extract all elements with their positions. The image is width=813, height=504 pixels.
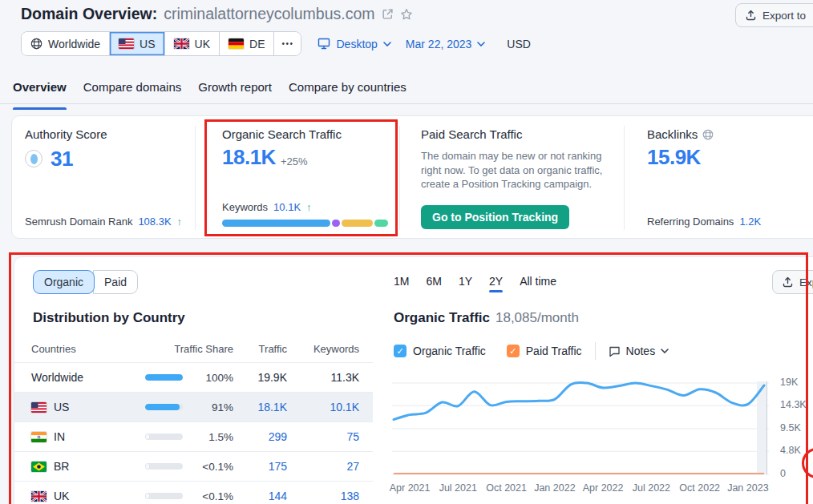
country-row-in[interactable]: IN1.5%29975 — [14, 421, 373, 451]
keywords-link[interactable]: 10.1K — [273, 201, 301, 213]
chart-canvas[interactable] — [392, 373, 772, 478]
country-row-uk[interactable]: UK<0.1%144138 — [14, 481, 373, 504]
authority-score-row: 31 — [25, 147, 73, 171]
export-button[interactable]: Export — [772, 270, 813, 294]
keywords-value[interactable]: 75 — [279, 430, 359, 443]
authority-score-title: Authority Score — [25, 127, 107, 141]
country-table-header: Countries Traffic Share Traffic Keywords — [14, 343, 373, 357]
tab-compare-by-countries[interactable]: Compare by countries — [289, 80, 406, 103]
col-header-traffic-share[interactable]: Traffic Share — [153, 343, 233, 355]
organic-paid-toggle: OrganicPaid — [33, 270, 138, 294]
col-header-keywords[interactable]: Keywords — [279, 343, 359, 355]
domain-rank-link[interactable]: 108.3K — [138, 216, 171, 228]
flag-icon-uk — [31, 491, 47, 502]
checkbox-icon[interactable]: ✓ — [507, 345, 520, 357]
paid-traffic-description: The domain may be new or not ranking rig… — [421, 149, 625, 192]
location-label: DE — [249, 38, 265, 50]
notes-dropdown[interactable]: Notes — [609, 345, 669, 357]
metrics-card: Authority Score 31 Semrush Domain Rank 1… — [11, 115, 813, 239]
range-tab-1m[interactable]: 1M — [394, 275, 409, 288]
toggle-paid[interactable]: Paid — [93, 270, 138, 294]
tab-overview[interactable]: Overview — [13, 80, 67, 103]
organic-traffic-value: 18.1K — [222, 145, 276, 169]
country-row-worldwide[interactable]: Worldwide100%19.9K11.3K — [14, 362, 373, 392]
col-header-countries[interactable]: Countries — [31, 343, 76, 355]
traffic-value[interactable]: 18.1K — [223, 401, 287, 413]
range-tabs: 1M6M1Y2YAll time — [394, 275, 556, 288]
toggle-organic[interactable]: Organic — [33, 270, 95, 294]
authority-gauge-icon — [25, 150, 42, 167]
keywords-row: Keywords 10.1K ↑ — [222, 201, 312, 213]
checkbox-icon[interactable]: ✓ — [394, 345, 406, 357]
export-to-button[interactable]: Export to — [735, 3, 813, 27]
intent-segment-green — [374, 220, 388, 227]
x-tick-label: Oct 2022 — [673, 482, 727, 494]
tab-compare-domains[interactable]: Compare domains — [83, 80, 182, 103]
position-tracking-button[interactable]: Go to Position Tracking — [421, 205, 569, 229]
date-dropdown[interactable]: Mar 22, 2023 — [406, 38, 486, 50]
toolbar: WorldwideUSUKDE••• Desktop Mar 22, 2023 … — [21, 31, 531, 56]
traffic-value[interactable]: 175 — [223, 460, 287, 473]
external-link-icon[interactable] — [382, 8, 394, 20]
more-locations-button[interactable]: ••• — [274, 32, 301, 55]
y-tick-label: 9.5K — [780, 422, 801, 433]
referring-domains-label: Referring Domains — [647, 216, 734, 228]
x-tick-label: Oct 2021 — [479, 482, 534, 494]
chart-title: Organic Traffic — [394, 310, 490, 326]
range-tab-1y[interactable]: 1Y — [459, 275, 472, 288]
desktop-icon — [318, 38, 330, 50]
device-label: Desktop — [336, 38, 377, 50]
traffic-share-value: 100% — [153, 372, 233, 384]
referring-domains-link[interactable]: 1.2K — [739, 216, 761, 228]
traffic-share-value: 1.5% — [153, 431, 233, 443]
notes-label: Notes — [626, 345, 656, 357]
date-label: Mar 22, 2023 — [406, 38, 472, 50]
country-name: IN — [31, 430, 65, 443]
domain-rank-label: Semrush Domain Rank — [25, 216, 132, 228]
x-tick-label: Jul 2021 — [431, 482, 485, 494]
y-tick-label: 14.3K — [780, 399, 807, 410]
location-tab-worldwide[interactable]: Worldwide — [22, 32, 110, 55]
export-to-label: Export to — [762, 10, 806, 22]
range-tab-all-time[interactable]: All time — [520, 275, 556, 288]
y-tick-label: 0 — [780, 468, 786, 479]
location-label: Worldwide — [48, 38, 100, 50]
notes-icon — [609, 345, 621, 357]
location-tab-uk[interactable]: UK — [165, 32, 220, 55]
country-row-br[interactable]: BR<0.1%17527 — [14, 451, 373, 481]
traffic-chart: 19K14.3K9.5K4.8K0 Apr 2021Jul 2021Oct 20… — [392, 373, 813, 504]
tab-growth-report[interactable]: Growth report — [198, 80, 272, 103]
keywords-value[interactable]: 10.1K — [279, 401, 359, 413]
flag-icon-us — [31, 402, 47, 413]
range-tab-2y[interactable]: 2Y — [489, 275, 503, 288]
chevron-down-icon — [383, 42, 391, 46]
country-row-us[interactable]: US91%18.1K10.1K — [14, 392, 373, 421]
location-tab-us[interactable]: US — [110, 32, 164, 55]
legend-divider — [595, 342, 596, 360]
legend-paid-traffic[interactable]: ✓Paid Traffic — [507, 345, 582, 357]
intent-segment-blue — [222, 220, 330, 227]
x-tick-label: Jul 2022 — [624, 482, 678, 494]
traffic-share-value: <0.1% — [153, 461, 233, 473]
location-tab-de[interactable]: DE — [220, 32, 274, 55]
favorite-star-icon[interactable] — [400, 8, 413, 21]
keywords-value: 11.3K — [279, 371, 359, 384]
traffic-value[interactable]: 299 — [223, 430, 287, 443]
organic-traffic-change: +25% — [281, 155, 308, 167]
device-dropdown[interactable]: Desktop — [318, 38, 390, 50]
backlinks-value: 15.9K — [647, 145, 701, 169]
keywords-value[interactable]: 138 — [279, 490, 359, 502]
globe-info-icon[interactable] — [702, 129, 714, 140]
page-title: Domain Overview: — [21, 5, 157, 23]
chevron-down-icon — [477, 42, 485, 46]
x-tick-label: Jan 2023 — [721, 482, 775, 494]
traffic-value[interactable]: 144 — [223, 490, 287, 502]
location-segmented-control: WorldwideUSUKDE••• — [21, 31, 301, 56]
y-tick-label: 4.8K — [780, 445, 801, 456]
range-tab-6m[interactable]: 6M — [426, 275, 441, 288]
chart-title-row: Organic Traffic 18,085/month — [394, 310, 579, 326]
keywords-value[interactable]: 27 — [279, 460, 359, 473]
traffic-value: 19.9K — [223, 371, 287, 384]
legend-organic-traffic[interactable]: ✓Organic Traffic — [394, 345, 486, 357]
col-header-traffic[interactable]: Traffic — [223, 343, 287, 355]
